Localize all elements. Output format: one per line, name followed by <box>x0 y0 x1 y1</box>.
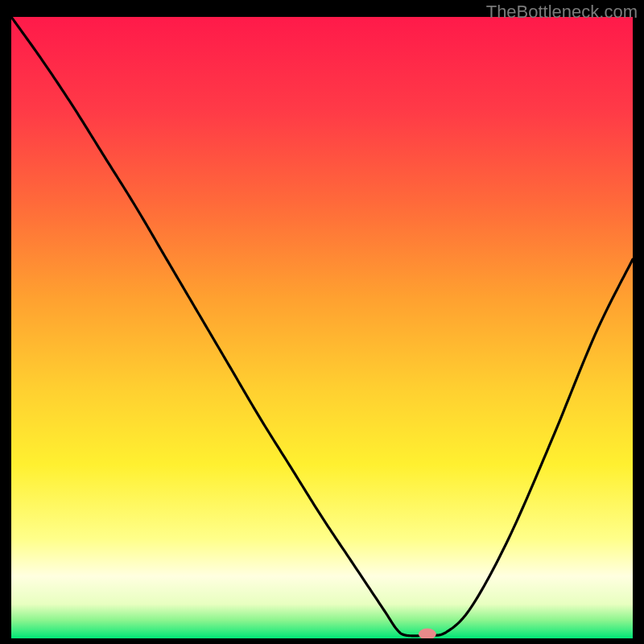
watermark-text: TheBottleneck.com <box>486 2 638 23</box>
chart-frame <box>11 17 633 638</box>
chart-canvas <box>11 17 633 638</box>
